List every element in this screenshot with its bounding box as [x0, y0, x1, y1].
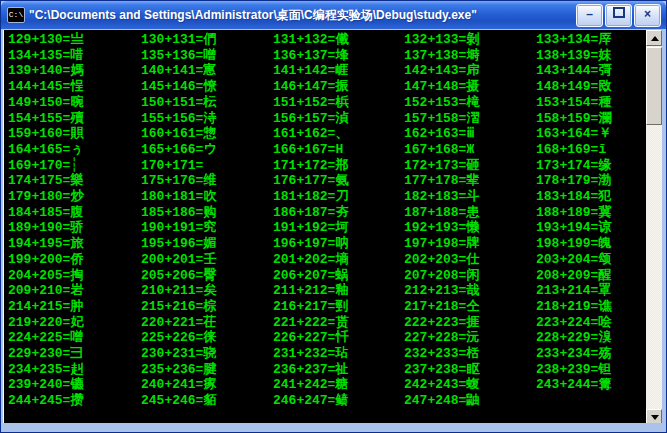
- console-entry: 229+230=彐: [8, 346, 83, 361]
- console-entry: 247+248=鼬: [404, 393, 479, 408]
- console-entry: 245+246=貊: [141, 393, 216, 408]
- console-entry: 222+223=捱: [404, 315, 479, 330]
- console-entry: 178+179=渤: [536, 173, 611, 188]
- console-entry: 129+130=亗: [8, 32, 83, 47]
- console-entry: 144+145=悜: [8, 79, 83, 94]
- window-title: "C:\Documents and Settings\Administrator…: [29, 7, 576, 24]
- console-entry: 235+236=腱: [141, 362, 216, 377]
- console-window: C:\ "C:\Documents and Settings\Administr…: [0, 0, 667, 433]
- console-entry: 132+133=剝: [404, 32, 479, 47]
- console-entry: 230+231=骁: [141, 346, 216, 361]
- console-entry: 141+142=崕: [273, 63, 348, 78]
- console-entry: 232+233=栝: [404, 346, 479, 361]
- console-entry: 236+237=祉: [273, 362, 348, 377]
- console-entry: 147+148=摄: [404, 79, 479, 94]
- console-entry: 159+160=賏: [8, 126, 83, 141]
- console-entry: 195+196=媚: [141, 236, 216, 251]
- console-entry: 176+177=氨: [273, 173, 348, 188]
- console-entry: 208+209=醒: [536, 268, 611, 283]
- console-entry: 138+139=妺: [536, 48, 611, 63]
- console-entry: 180+181=吹: [141, 189, 216, 204]
- console-entry: 243+244=篝: [536, 377, 611, 392]
- maximize-button[interactable]: [605, 4, 632, 27]
- console-entry: 190+191=究: [141, 220, 216, 235]
- console-entry: 175+176=维: [141, 173, 216, 188]
- console-line: 164+165=ぅ165+166=ウ166+167=Η167+168=Ж168+…: [4, 142, 648, 158]
- console-entry: 196+197=呐: [273, 236, 348, 251]
- console-entry: 197+198=牌: [404, 236, 479, 251]
- title-bar[interactable]: C:\ "C:\Documents and Settings\Administr…: [1, 1, 666, 29]
- console-entry: 172+173=砸: [404, 158, 479, 173]
- console-entry: 182+183=斗: [404, 189, 479, 204]
- console-entry: 194+195=旅: [8, 236, 83, 251]
- console-entry: 227+228=沅: [404, 330, 479, 345]
- console-entry: 209+210=岩: [8, 283, 83, 298]
- console-entry: 150+151=枟: [141, 95, 216, 110]
- maximize-icon: [613, 7, 625, 18]
- console-line: 179+180=炒180+181=吹181+182=刀182+183=斗183+…: [4, 189, 648, 205]
- console-entry: 161+162=、: [273, 126, 348, 141]
- console-line: 209+210=岩210+211=矣211+212=釉212+213=哉213+…: [4, 283, 648, 299]
- console-entry: 135+136=噌: [141, 48, 216, 63]
- console-entry: 219+220=妃: [8, 315, 83, 330]
- console-entry: 206+207=蜗: [273, 268, 348, 283]
- console-entry: 171+172=郱: [273, 158, 348, 173]
- console-entry: 142+143=帍: [404, 63, 479, 78]
- console-viewport[interactable]: 129+130=亗130+131=們131+132=儎132+133=剝133+…: [3, 30, 647, 425]
- console-line: 174+175=樂175+176=维176+177=氨177+178=辈178+…: [4, 173, 648, 189]
- console-entry: 166+167=Η: [273, 142, 343, 157]
- console-entry: 207+208=闲: [404, 268, 479, 283]
- console-entry: 199+200=侨: [8, 252, 83, 267]
- vertical-scrollbar[interactable]: [646, 30, 662, 425]
- console-entry: 184+185=腹: [8, 205, 83, 220]
- console-line: 139+140=媽140+141=寭141+142=崕142+143=帍143+…: [4, 63, 648, 79]
- console-line: 129+130=亗130+131=們131+132=儎132+133=剝133+…: [4, 32, 648, 48]
- console-line: 184+185=腹185+186=购186+187=夯187+188=患188+…: [4, 205, 648, 221]
- console-entry: 165+166=ウ: [141, 142, 217, 157]
- console-entry: 213+214=罩: [536, 283, 611, 298]
- console-entry: 170+171=: [141, 158, 203, 173]
- console-entry: 169+170=┆: [8, 158, 78, 173]
- up-arrow-icon: [651, 36, 659, 41]
- console-entry: 156+157=湞: [273, 111, 348, 126]
- console-entry: 242+243=蝮: [404, 377, 479, 392]
- console-entry: 212+213=哉: [404, 283, 479, 298]
- console-entry: 215+216=棕: [141, 299, 216, 314]
- console-line: 169+170=┆170+171=171+172=郱172+173=砸173+1…: [4, 158, 648, 174]
- console-entry: 181+182=刀: [273, 189, 348, 204]
- scroll-up-button[interactable]: [646, 30, 662, 46]
- close-button[interactable]: ×: [634, 4, 661, 27]
- down-arrow-icon: [651, 415, 659, 420]
- minimize-button[interactable]: –: [576, 4, 603, 27]
- console-line: 199+200=侨200+201=壬201+202=墒202+203=仕203+…: [4, 252, 648, 268]
- console-entry: 193+194=谅: [536, 220, 611, 235]
- console-line: 239+240=镳240+241=瘃241+242=糖242+243=蝮243+…: [4, 377, 648, 393]
- console-entry: 240+241=瘃: [141, 377, 216, 392]
- console-line: 159+160=賏160+161=惣161+162=、162+163=ⅲ163+…: [4, 126, 648, 142]
- console-entry: 205+206=臀: [141, 268, 216, 283]
- console-entry: 233+234=殇: [536, 346, 611, 361]
- console-entry: 211+212=釉: [273, 283, 348, 298]
- scrollbar-thumb[interactable]: [646, 47, 662, 125]
- console-entry: 143+144=彁: [536, 63, 611, 78]
- console-entry: 226+227=忏: [273, 330, 348, 345]
- console-entry: 131+132=儎: [273, 32, 348, 47]
- console-line: 234+235=赳235+236=腱236+237=祉237+238=眍238+…: [4, 362, 648, 378]
- console-line: 214+215=肿215+216=棕216+217=剄217+218=仝218+…: [4, 299, 648, 315]
- console-entry: 174+175=樂: [8, 173, 83, 188]
- console-entry: 189+190=骄: [8, 220, 83, 235]
- console-entry: 149+150=晼: [8, 95, 83, 110]
- console-entry: 133+134=厗: [536, 32, 611, 47]
- console-entry: 140+141=寭: [141, 63, 216, 78]
- console-entry: 234+235=赳: [8, 362, 83, 377]
- console-entry: 146+147=振: [273, 79, 348, 94]
- console-entry: 168+169=ī: [536, 142, 606, 157]
- console-entry: 192+193=懒: [404, 220, 479, 235]
- console-entry: 145+146=憭: [141, 79, 216, 94]
- console-entry: 151+152=梹: [273, 95, 348, 110]
- console-entry: 221+222=贳: [273, 315, 348, 330]
- console-entry: 160+161=惣: [141, 126, 216, 141]
- window-frame-left: [1, 29, 3, 432]
- console-entry: 187+188=患: [404, 205, 479, 220]
- console-entry: 239+240=镳: [8, 377, 83, 392]
